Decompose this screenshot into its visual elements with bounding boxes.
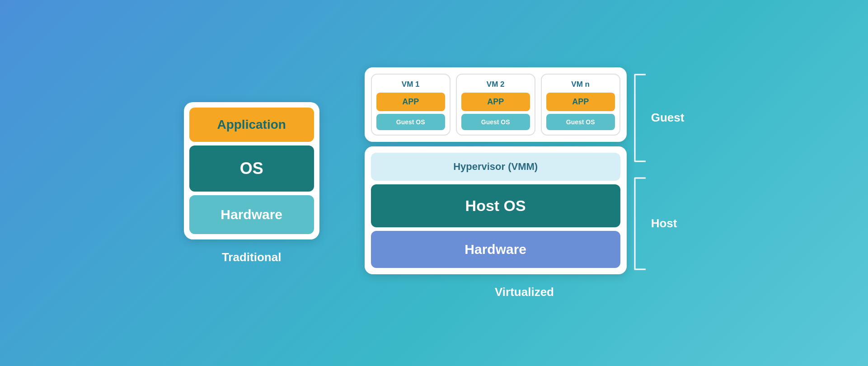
- brackets-area: Guest Host: [633, 67, 685, 274]
- vm2-app: APP: [461, 93, 530, 111]
- host-bracket-group: Host: [633, 173, 685, 274]
- virtualized-label: Virtualized: [495, 285, 554, 299]
- diagram-container: Application OS Hardware Traditional VM 1…: [184, 67, 685, 299]
- os-layer: OS: [189, 145, 314, 192]
- virtualized-stack-container: VM 1 APP Guest OS VM 2 APP Guest OS VM n…: [365, 67, 627, 274]
- hardware-layer-traditional: Hardware: [189, 195, 314, 234]
- guest-label: Guest: [651, 111, 685, 125]
- vm-row: VM 1 APP Guest OS VM 2 APP Guest OS VM n…: [365, 67, 627, 142]
- traditional-section: Application OS Hardware Traditional: [184, 102, 319, 264]
- vmn-guest-os: Guest OS: [546, 114, 615, 130]
- hardware-layer-virt: Hardware: [371, 231, 620, 268]
- vm1-title: VM 1: [376, 79, 445, 90]
- virtualized-wrapper: VM 1 APP Guest OS VM 2 APP Guest OS VM n…: [365, 67, 685, 274]
- guest-bracket-group: Guest: [633, 67, 685, 169]
- application-layer: Application: [189, 108, 314, 142]
- guest-bracket-icon: [633, 73, 646, 163]
- vm1-guest-os: Guest OS: [376, 114, 445, 130]
- traditional-stack: Application OS Hardware: [184, 102, 319, 239]
- vm1-app: APP: [376, 93, 445, 111]
- vmn-app: APP: [546, 93, 615, 111]
- host-bracket-icon: [633, 176, 646, 271]
- vmn-title: VM n: [546, 79, 615, 90]
- hypervisor-layer: Hypervisor (VMM): [371, 153, 620, 181]
- vmn-box: VM n APP Guest OS: [541, 74, 620, 136]
- vm2-title: VM 2: [461, 79, 530, 90]
- host-label: Host: [651, 216, 677, 230]
- host-stack: Hypervisor (VMM) Host OS Hardware: [365, 146, 627, 274]
- vm1-box: VM 1 APP Guest OS: [371, 74, 450, 136]
- traditional-label: Traditional: [222, 250, 281, 264]
- host-os-layer: Host OS: [371, 184, 620, 227]
- virtualized-section: VM 1 APP Guest OS VM 2 APP Guest OS VM n…: [365, 67, 685, 299]
- vm2-box: VM 2 APP Guest OS: [456, 74, 535, 136]
- vm2-guest-os: Guest OS: [461, 114, 530, 130]
